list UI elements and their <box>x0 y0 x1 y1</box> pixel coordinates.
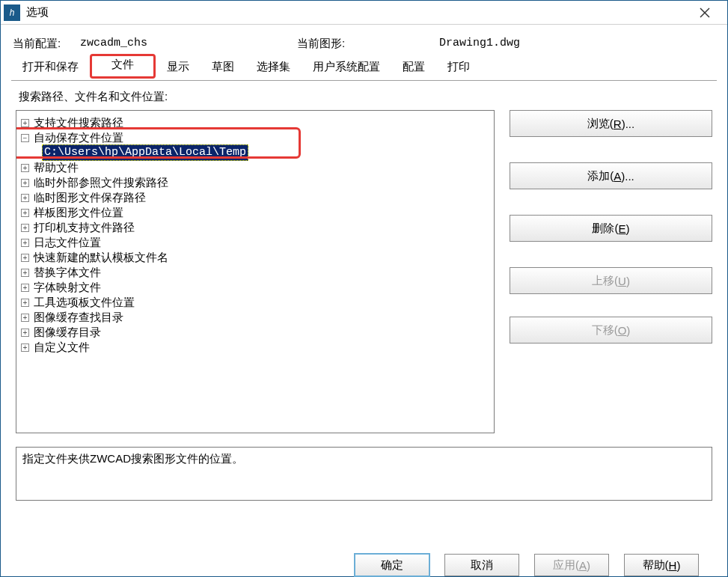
tree-item[interactable]: + 字体映射文件 <box>19 280 491 295</box>
tab-selection[interactable]: 选择集 <box>245 56 302 81</box>
ok-button[interactable]: 确定 <box>355 554 429 576</box>
expand-icon[interactable]: + <box>21 284 29 292</box>
tab-open-save[interactable]: 打开和保存 <box>11 56 90 81</box>
help-button[interactable]: 帮助(H) <box>624 554 699 576</box>
expand-icon[interactable]: + <box>21 194 29 202</box>
tree-item[interactable]: + 打印机支持文件路径 <box>19 220 491 235</box>
close-icon <box>700 7 710 18</box>
tab-print[interactable]: 打印 <box>436 56 481 81</box>
apply-button: 应用(A) <box>534 554 609 576</box>
tree-label: 样板图形文件位置 <box>34 205 123 220</box>
tree-label: 工具选项板文件位置 <box>34 295 135 310</box>
tree-item[interactable]: C:\Users\hp\AppData\Local\Temp <box>19 145 491 160</box>
tree-item[interactable]: + 快速新建的默认模板文件名 <box>19 250 491 265</box>
tree-label: 快速新建的默认模板文件名 <box>34 250 168 265</box>
tree-label: 帮助文件 <box>34 160 79 175</box>
tree-label: 自定义文件 <box>34 340 90 355</box>
expand-icon[interactable]: + <box>21 164 29 172</box>
description-box: 指定文件夹供ZWCAD搜索图形文件的位置。 <box>16 447 712 501</box>
add-button[interactable]: 添加(A)... <box>510 162 712 189</box>
tree-item[interactable]: + 临时外部参照文件搜索路径 <box>19 175 491 190</box>
browse-button[interactable]: 浏览(R)... <box>510 110 712 137</box>
tree-item[interactable]: + 日志文件位置 <box>19 235 491 250</box>
tree-label: 支持文件搜索路径 <box>34 115 123 130</box>
expand-icon[interactable]: + <box>21 299 29 307</box>
tree-item[interactable]: + 样板图形文件位置 <box>19 205 491 220</box>
section-heading: 搜索路径、文件名和文件位置: <box>19 90 712 104</box>
tab-bar: 打开和保存 文件 显示 草图 选择集 用户系统配置 配置 打印 <box>11 55 717 81</box>
tree-item[interactable]: + 图像缓存查找目录 <box>19 310 491 325</box>
tree-item[interactable]: + 自定义文件 <box>19 340 491 355</box>
title-bar: h 选项 <box>1 1 727 25</box>
expand-icon[interactable]: + <box>21 254 29 262</box>
delete-button[interactable]: 删除(E) <box>510 215 712 242</box>
tree-label: 替换字体文件 <box>34 265 101 280</box>
tree-label: 图像缓存查找目录 <box>34 310 123 325</box>
move-up-button: 上移(U) <box>510 267 712 294</box>
expand-icon[interactable]: + <box>21 179 29 187</box>
selected-path[interactable]: C:\Users\hp\AppData\Local\Temp <box>42 144 248 161</box>
tree-label: 打印机支持文件路径 <box>34 220 135 235</box>
main-area: 搜索路径、文件名和文件位置: + 支持文件搜索路径 − 自动保存文件位置 C:\… <box>11 81 717 546</box>
body-row: + 支持文件搜索路径 − 自动保存文件位置 C:\Users\hp\AppDat… <box>16 110 712 433</box>
options-dialog: h 选项 当前配置: zwcadm_chs 当前图形: Drawing1.dwg… <box>0 0 728 577</box>
cancel-button[interactable]: 取消 <box>444 554 519 576</box>
tree-label: 字体映射文件 <box>34 280 101 295</box>
expand-icon[interactable]: + <box>21 314 29 322</box>
current-profile-label: 当前配置: <box>13 37 80 51</box>
expand-icon[interactable]: + <box>21 329 29 337</box>
collapse-icon[interactable]: − <box>21 134 29 142</box>
tree-item[interactable]: + 图像缓存目录 <box>19 325 491 340</box>
tree-item[interactable]: + 工具选项板文件位置 <box>19 295 491 310</box>
tree-item[interactable]: + 帮助文件 <box>19 160 491 175</box>
tree-item[interactable]: + 临时图形文件保存路径 <box>19 190 491 205</box>
tree-label: 自动保存文件位置 <box>34 130 123 145</box>
tree-label: 临时图形文件保存路径 <box>34 190 146 205</box>
move-down-button: 下移(O) <box>510 317 712 344</box>
tab-sketch[interactable]: 草图 <box>201 56 245 81</box>
tree-item[interactable]: + 支持文件搜索路径 <box>19 115 491 130</box>
tree-item[interactable]: − 自动保存文件位置 <box>19 130 491 145</box>
expand-icon[interactable]: + <box>21 209 29 217</box>
close-button[interactable] <box>690 1 720 24</box>
current-profile-value: zwcadm_chs <box>80 37 297 51</box>
tree-label: 图像缓存目录 <box>34 325 101 340</box>
tree-item[interactable]: + 替换字体文件 <box>19 265 491 280</box>
content-area: 当前配置: zwcadm_chs 当前图形: Drawing1.dwg 打开和保… <box>1 25 727 576</box>
path-tree[interactable]: + 支持文件搜索路径 − 自动保存文件位置 C:\Users\hp\AppDat… <box>16 110 495 433</box>
tab-display[interactable]: 显示 <box>156 56 201 81</box>
tab-file[interactable]: 文件 <box>90 54 156 79</box>
expand-icon[interactable]: + <box>21 239 29 247</box>
dialog-buttons: 确定 取消 应用(A) 帮助(H) <box>11 546 717 576</box>
app-icon: h <box>4 4 20 21</box>
tab-profiles[interactable]: 配置 <box>391 56 436 81</box>
side-button-panel: 浏览(R)... 添加(A)... 删除(E) 上移(U) <box>510 110 712 433</box>
tab-user-config[interactable]: 用户系统配置 <box>302 56 391 81</box>
expand-icon[interactable]: + <box>21 269 29 277</box>
expand-icon[interactable]: + <box>21 119 29 127</box>
config-row: 当前配置: zwcadm_chs 当前图形: Drawing1.dwg <box>13 37 715 51</box>
tree-label: 日志文件位置 <box>34 235 101 250</box>
current-drawing-label: 当前图形: <box>297 37 364 51</box>
window-title: 选项 <box>26 5 690 19</box>
description-text: 指定文件夹供ZWCAD搜索图形文件的位置。 <box>22 452 243 465</box>
current-drawing-value: Drawing1.dwg <box>439 37 520 51</box>
expand-icon[interactable]: + <box>21 344 29 352</box>
expand-icon[interactable]: + <box>21 224 29 232</box>
tree-label: 临时外部参照文件搜索路径 <box>34 175 168 190</box>
